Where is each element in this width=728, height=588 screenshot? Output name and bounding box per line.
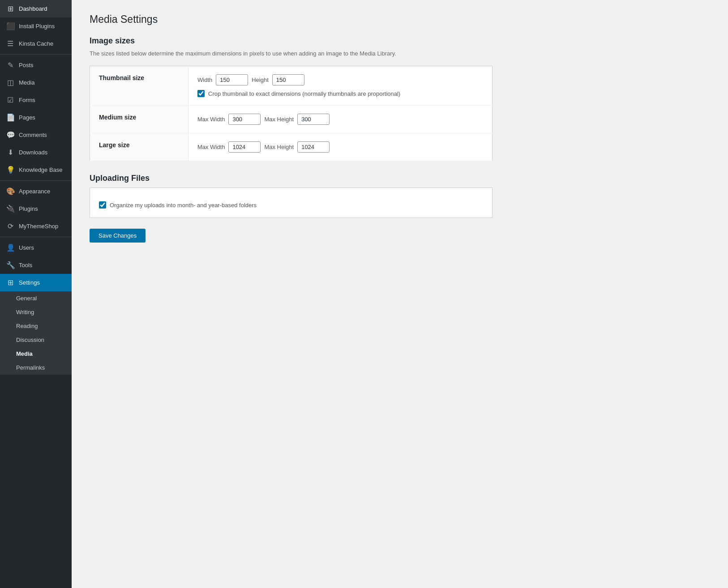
large-label: Large size [99, 141, 129, 149]
sidebar-item-mythemeshop[interactable]: ⟳ MyThemeShop [0, 217, 72, 235]
sidebar-item-install-plugins[interactable]: ⬛ Install Plugins [0, 17, 72, 35]
submenu-item-writing[interactable]: Writing [0, 305, 72, 319]
large-max-width-input[interactable] [228, 141, 261, 153]
thumbnail-fields: Width Height [197, 74, 483, 85]
large-fields: Max Width Max Height [197, 141, 483, 153]
sidebar-item-label: Dashboard [19, 5, 47, 12]
image-sizes-table: Thumbnail size Width Height Crop thumbna… [90, 66, 492, 161]
sidebar-item-label: Posts [19, 62, 34, 68]
appearance-icon: 🎨 [6, 187, 14, 196]
submenu-item-media[interactable]: Media [0, 347, 72, 361]
uploading-section: Organize my uploads into month- and year… [90, 187, 492, 218]
large-row: Large size Max Width Max Height [90, 133, 492, 161]
install-plugins-icon: ⬛ [6, 22, 14, 30]
posts-icon: ✎ [6, 61, 14, 69]
image-sizes-title: Image sizes [90, 36, 710, 46]
organize-uploads-label: Organize my uploads into month- and year… [110, 202, 257, 209]
sidebar-item-label: Settings [19, 279, 40, 286]
medium-max-height-label: Max Height [264, 116, 294, 123]
sidebar-item-label: MyThemeShop [19, 223, 58, 230]
image-sizes-description: The sizes listed below determine the max… [90, 50, 710, 57]
sidebar-item-label: Install Plugins [19, 23, 55, 30]
large-max-width-label: Max Width [197, 144, 225, 150]
main-content: Media Settings Image sizes The sizes lis… [72, 0, 728, 588]
sidebar-item-label: Tools [19, 262, 32, 268]
sidebar-item-label: Users [19, 244, 34, 251]
sidebar-item-dashboard[interactable]: ⊞ Dashboard [0, 0, 72, 17]
crop-thumbnail-label: Crop thumbnail to exact dimensions (norm… [208, 90, 400, 97]
sidebar-item-downloads[interactable]: ⬇ Downloads [0, 144, 72, 161]
large-max-height-label: Max Height [264, 144, 294, 150]
downloads-icon: ⬇ [6, 148, 14, 157]
settings-icon: ⊞ [6, 278, 14, 287]
sidebar-item-tools[interactable]: 🔧 Tools [0, 256, 72, 274]
page-title: Media Settings [90, 13, 710, 26]
crop-thumbnail-checkbox[interactable] [197, 90, 205, 97]
submenu-item-discussion[interactable]: Discussion [0, 333, 72, 347]
medium-max-height-input[interactable] [297, 114, 330, 125]
medium-max-width-input[interactable] [228, 114, 261, 125]
tools-icon: 🔧 [6, 261, 14, 269]
medium-label: Medium size [99, 114, 136, 121]
sidebar-item-label: Media [19, 79, 34, 86]
sidebar-item-settings[interactable]: ⊞ Settings [0, 274, 72, 291]
sidebar-item-label: Kinsta Cache [19, 40, 53, 47]
mythemeshop-icon: ⟳ [6, 222, 14, 230]
sidebar-item-label: Forms [19, 97, 35, 103]
submenu-item-general[interactable]: General [0, 291, 72, 305]
large-max-height-input[interactable] [297, 141, 330, 153]
uploading-files-title: Uploading Files [90, 174, 710, 183]
sidebar-divider [0, 54, 72, 55]
pages-icon: 📄 [6, 113, 14, 122]
submenu-item-permalinks[interactable]: Permalinks [0, 361, 72, 375]
sidebar-item-label: Pages [19, 114, 35, 121]
sidebar-item-kinsta-cache[interactable]: ☰ Kinsta Cache [0, 35, 72, 52]
forms-icon: ☑ [6, 96, 14, 104]
sidebar-item-label: Downloads [19, 149, 47, 156]
thumbnail-width-input[interactable] [216, 74, 248, 85]
sidebar-divider-3 [0, 237, 72, 237]
sidebar-item-label: Knowledge Base [19, 166, 63, 173]
sidebar-item-pages[interactable]: 📄 Pages [0, 109, 72, 126]
sidebar-divider-2 [0, 180, 72, 181]
sidebar-item-appearance[interactable]: 🎨 Appearance [0, 183, 72, 200]
plugins-icon: 🔌 [6, 205, 14, 213]
medium-max-width-label: Max Width [197, 116, 225, 123]
thumbnail-height-label: Height [252, 77, 269, 83]
sidebar-item-forms[interactable]: ☑ Forms [0, 91, 72, 109]
sidebar-item-plugins[interactable]: 🔌 Plugins [0, 200, 72, 217]
sidebar-item-label: Appearance [19, 188, 50, 195]
thumbnail-label: Thumbnail size [99, 74, 144, 81]
settings-submenu: General Writing Reading Discussion Media… [0, 291, 72, 375]
organize-uploads-row: Organize my uploads into month- and year… [99, 201, 483, 209]
submenu-item-reading[interactable]: Reading [0, 319, 72, 333]
knowledge-base-icon: 💡 [6, 166, 14, 174]
dashboard-icon: ⊞ [6, 4, 14, 13]
thumbnail-height-input[interactable] [272, 74, 304, 85]
thumbnail-width-label: Width [197, 77, 212, 83]
sidebar-item-comments[interactable]: 💬 Comments [0, 126, 72, 144]
sidebar-item-label: Comments [19, 132, 47, 138]
sidebar-item-media[interactable]: ◫ Media [0, 74, 72, 91]
organize-uploads-checkbox[interactable] [99, 201, 106, 209]
kinsta-cache-icon: ☰ [6, 39, 14, 48]
thumbnail-row: Thumbnail size Width Height Crop thumbna… [90, 66, 492, 106]
sidebar-item-label: Plugins [19, 205, 38, 212]
medium-fields: Max Width Max Height [197, 114, 483, 125]
sidebar: ⊞ Dashboard ⬛ Install Plugins ☰ Kinsta C… [0, 0, 72, 588]
sidebar-item-posts[interactable]: ✎ Posts [0, 56, 72, 74]
users-icon: 👤 [6, 243, 14, 252]
medium-row: Medium size Max Width Max Height [90, 106, 492, 133]
save-changes-button[interactable]: Save Changes [90, 229, 146, 243]
comments-icon: 💬 [6, 131, 14, 139]
sidebar-item-users[interactable]: 👤 Users [0, 239, 72, 256]
media-icon: ◫ [6, 78, 14, 87]
sidebar-item-knowledge-base[interactable]: 💡 Knowledge Base [0, 161, 72, 179]
crop-checkbox-row: Crop thumbnail to exact dimensions (norm… [197, 90, 483, 97]
